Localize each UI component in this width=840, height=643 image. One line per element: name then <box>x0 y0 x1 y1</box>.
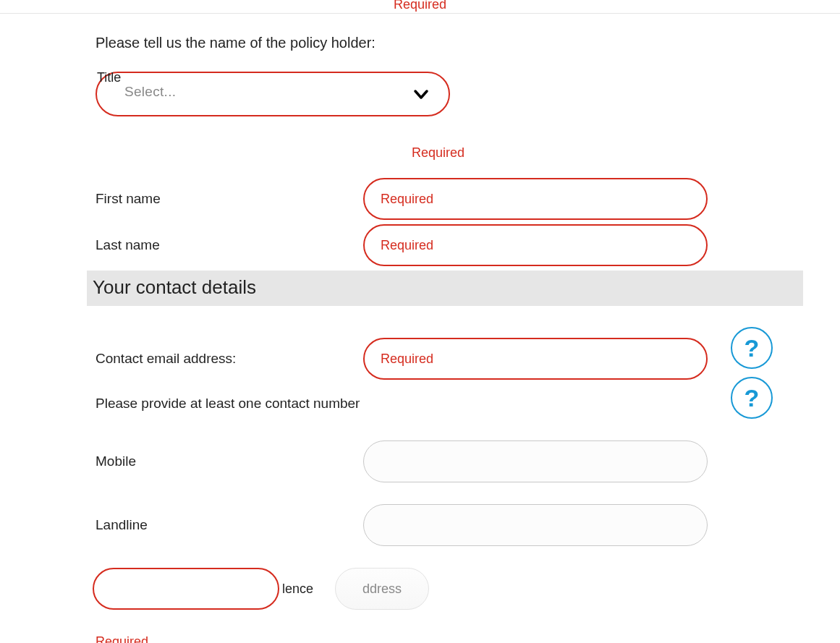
contact-number-heading: Please provide at least one contact numb… <box>96 396 789 412</box>
title-label: Title <box>97 70 121 85</box>
email-input[interactable] <box>363 338 708 380</box>
last-name-input[interactable] <box>363 224 708 266</box>
help-icon-contact-number[interactable]: ? <box>731 377 773 419</box>
landline-input[interactable] <box>363 504 708 546</box>
partial-error-pill[interactable] <box>93 568 279 610</box>
question-mark-icon: ? <box>744 334 760 362</box>
toggle-fragment-button[interactable]: ddress <box>335 568 429 610</box>
chevron-down-icon <box>412 85 430 103</box>
required-label-title: Required <box>87 145 789 161</box>
landline-label: Landline <box>96 517 363 533</box>
email-label: Contact email address: <box>96 351 363 367</box>
policy-holder-heading: Please tell us the name of the policy ho… <box>96 35 789 51</box>
toggle-fragment-label: ddress <box>362 582 402 597</box>
help-icon-email[interactable]: ? <box>731 327 773 369</box>
first-name-label: First name <box>96 191 363 207</box>
title-select-value: Select... <box>124 84 176 100</box>
title-select[interactable]: Select... <box>96 72 450 116</box>
first-name-input[interactable] <box>363 178 708 220</box>
mobile-input[interactable] <box>363 440 708 482</box>
partial-label-fragment: lence <box>282 582 313 597</box>
required-label-bottom: Required <box>96 634 789 643</box>
contact-details-heading: Your contact details <box>87 271 803 306</box>
mobile-label: Mobile <box>96 453 363 469</box>
question-mark-icon: ? <box>744 384 760 412</box>
last-name-label: Last name <box>96 237 363 253</box>
